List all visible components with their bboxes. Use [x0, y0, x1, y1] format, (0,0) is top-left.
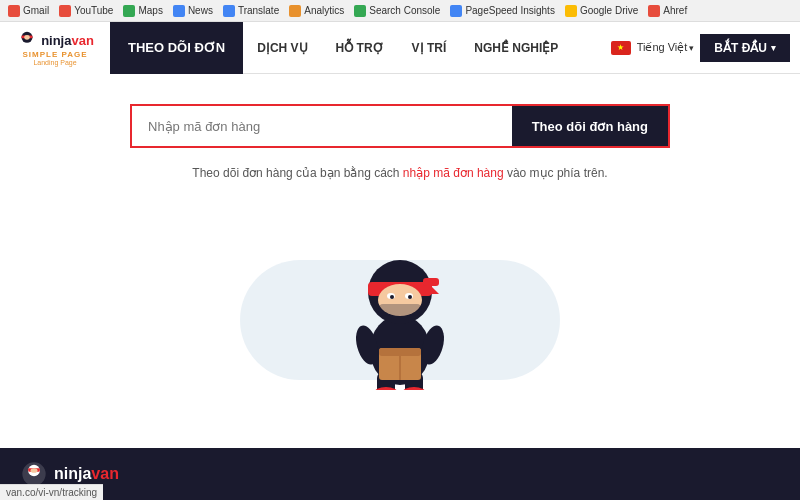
bookmark-youtube[interactable]: YouTube — [59, 5, 113, 17]
nav-links: DỊCH VỤ HỖ TRỢ VỊ TRÍ NGHỀ NGHIỆP — [243, 22, 610, 74]
analytics-icon — [289, 5, 301, 17]
bookmark-search-console[interactable]: Search Console — [354, 5, 440, 17]
logo[interactable]: ninjavan SIMPLE PAGE Landing Page — [0, 22, 110, 74]
news-icon — [173, 5, 185, 17]
nav-right: Tiếng Việt BẮT ĐẦU — [611, 34, 800, 62]
ninja-character — [335, 220, 465, 390]
gmail-icon — [8, 5, 20, 17]
pagespeed-icon — [450, 5, 462, 17]
footer: ninjavan — [0, 448, 800, 500]
svg-point-20 — [390, 295, 394, 299]
bookmarks-bar: Gmail YouTube Maps News Translate Analyt… — [0, 0, 800, 22]
order-number-input[interactable] — [132, 106, 512, 146]
bookmark-ahref[interactable]: Ahref — [648, 5, 687, 17]
logo-subtitle: SIMPLE PAGE — [22, 50, 87, 59]
main-content: Theo dõi đơn hàng Theo dõi đơn hàng của … — [0, 74, 800, 420]
nav-vi-tri[interactable]: VỊ TRÍ — [398, 22, 461, 74]
footer-logo-text: ninjavan — [54, 465, 119, 483]
bat-dau-button[interactable]: BẮT ĐẦU — [700, 34, 790, 62]
vn-flag — [611, 41, 631, 55]
nav-nghe-nghiep[interactable]: NGHỀ NGHIỆP — [460, 22, 572, 74]
logo-text: ninjavan — [41, 33, 94, 48]
bookmark-translate[interactable]: Translate — [223, 5, 279, 17]
svg-point-2 — [24, 35, 30, 40]
search-console-icon — [354, 5, 366, 17]
nav-dich-vu[interactable]: DỊCH VỤ — [243, 22, 321, 74]
svg-point-26 — [31, 468, 38, 473]
nav-ho-tro[interactable]: HỖ TRỢ — [322, 22, 398, 74]
logo-subtitle2: Landing Page — [33, 59, 76, 66]
order-search-container: Theo dõi đơn hàng — [130, 104, 670, 148]
maps-icon — [123, 5, 135, 17]
bookmark-news[interactable]: News — [173, 5, 213, 17]
language-selector[interactable]: Tiếng Việt — [637, 41, 695, 54]
instruction-text: Theo dõi đơn hàng của bạn bằng cách nhập… — [192, 166, 607, 180]
ninja-illustration — [20, 200, 780, 400]
ninja-logo-icon — [16, 30, 38, 52]
bookmark-google-drive[interactable]: Google Drive — [565, 5, 638, 17]
svg-point-21 — [408, 295, 412, 299]
translate-icon — [223, 5, 235, 17]
track-order-button[interactable]: Theo dõi đơn hàng — [512, 106, 668, 146]
google-drive-icon — [565, 5, 577, 17]
nav-theo-doi-tab[interactable]: THEO DÕI ĐƠN — [110, 22, 243, 74]
youtube-icon — [59, 5, 71, 17]
bookmark-gmail[interactable]: Gmail — [8, 5, 49, 17]
svg-rect-22 — [378, 304, 422, 316]
navbar: ninjavan SIMPLE PAGE Landing Page THEO D… — [0, 22, 800, 74]
status-bar: van.co/vi-vn/tracking — [0, 484, 103, 500]
svg-rect-15 — [423, 278, 439, 286]
ahref-icon — [648, 5, 660, 17]
bookmark-maps[interactable]: Maps — [123, 5, 162, 17]
bookmark-pagespeed[interactable]: PageSpeed Insights — [450, 5, 555, 17]
bookmark-analytics[interactable]: Analytics — [289, 5, 344, 17]
instruction-link[interactable]: nhập mã đơn hàng — [403, 166, 504, 180]
